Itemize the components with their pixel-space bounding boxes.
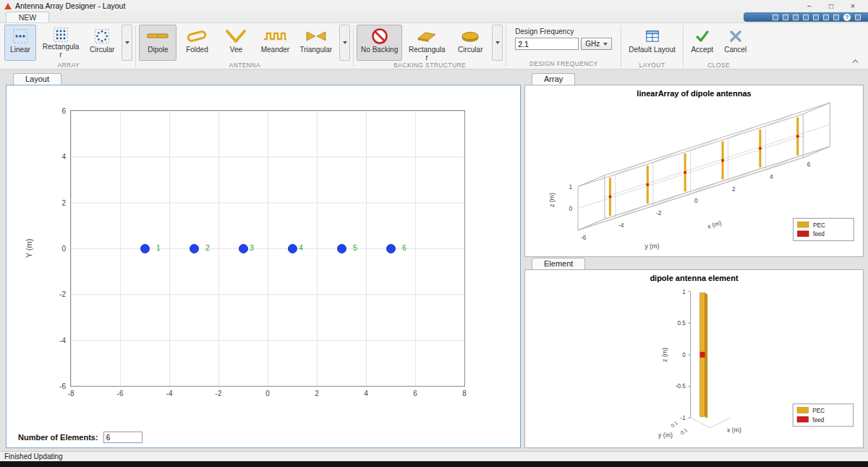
tick-label: 0 [694,198,698,205]
button-label: Folded [186,46,208,54]
triangular-antenna-icon [302,27,331,46]
tab-array[interactable]: Array [532,73,575,85]
minimize-button[interactable]: − [799,2,820,10]
meander-antenna-button[interactable]: Meander [256,25,294,61]
accept-button[interactable]: Accept [686,25,718,61]
undo-icon[interactable] [813,14,819,20]
status-text: Finished Updating [4,453,63,460]
tick-label: 0.1 [670,420,678,428]
rectangular-backing-icon [412,27,441,46]
tab-layout[interactable]: Layout [13,73,61,85]
help-icon[interactable]: ? [843,14,851,21]
number-of-elements-input[interactable] [103,432,142,443]
tick-label: 1 [682,289,686,295]
maximize-button[interactable]: □ [820,2,842,10]
x-tick-label: -2 [216,390,222,397]
close-button[interactable]: × [842,2,864,10]
x-tick-label: 8 [462,390,467,397]
section-layout-label: LAYOUT [624,61,680,70]
z-axis-label: z (m) [548,193,556,207]
y-tick-label: 2 [61,198,66,206]
element-number: 6 [402,243,407,252]
number-of-elements-control: Number of Elements: [18,432,142,443]
tick-label: -6 [581,235,587,241]
rectangular-array-icon [53,27,69,43]
cut-icon[interactable] [783,14,788,20]
frequency-unit-select[interactable]: GHz [581,38,612,50]
tick-label: 0 [569,206,573,212]
button-label: Vee [230,46,242,54]
redo-icon[interactable] [823,14,829,20]
title-bar: Antenna Array Designer - Layout − □ × [0,0,868,12]
tab-element[interactable]: Element [532,258,585,269]
y-tick-label: 0 [61,245,66,253]
collapse-ribbon-button[interactable] [852,58,861,65]
circular-backing-icon [456,27,485,46]
element-tabstrip: Element [524,257,864,269]
toolstrip: Linear Rectangular Circular ARRAY [0,23,868,70]
save-icon[interactable] [773,14,778,20]
y-axis-label: y (m) [658,432,673,439]
rectangular-backing-button[interactable]: Rectangular [404,25,450,61]
taskbar-strip [0,461,868,467]
section-close-label: CLOSE [686,61,752,70]
section-design-frequency-label: DESIGN FREQUENCY [509,59,618,69]
dock-icon[interactable] [855,14,861,20]
rectangular-array-button[interactable]: Rectangular [38,25,84,61]
triangular-antenna-button[interactable]: Triangular [295,25,336,61]
dipole-antenna-button[interactable]: Dipole [139,25,176,61]
section-layout: Default Layout LAYOUT [621,23,683,69]
no-backing-button[interactable]: No Backing [357,25,402,61]
quick-access-toolbar: ? [744,12,868,22]
tick-label: 0.5 [677,320,686,327]
tab-new[interactable]: NEW [6,12,49,22]
y-tick-label: -4 [59,336,66,344]
button-label: Linear [10,46,30,54]
button-label: Rectangular [408,46,446,62]
y-axis-label: y (m) [644,243,659,250]
chevron-down-icon [343,41,347,44]
linear-array-button[interactable]: Linear [4,25,36,61]
paste-icon[interactable] [803,14,809,20]
element-dot-icon [386,244,396,253]
element-plot-title: dipole antenna element [525,270,863,285]
z-axis-label: z (m) [661,348,668,362]
x-axis-label: x (m) [707,219,723,230]
circular-array-button[interactable]: Circular [85,25,119,61]
design-frequency-input[interactable] [515,38,579,50]
matlab-app-icon [4,3,12,9]
default-layout-button[interactable]: Default Layout [624,25,680,61]
tick-label: 2 [732,186,736,193]
layout-window-icon[interactable] [833,14,839,20]
array-axis-ticks: -6 -4 -2 0 2 4 6 1 0 [569,161,811,240]
button-label: Circular [90,46,114,54]
button-label: Dipole [148,46,168,54]
tick-label: -0.1 [678,427,689,437]
section-array-label: ARRAY [4,61,132,70]
section-backing-label: BACKING STRUCTURE [357,61,503,70]
folded-antenna-button[interactable]: Folded [178,25,216,61]
button-label: Rectangular [42,43,80,59]
section-array: Linear Rectangular Circular ARRAY [1,23,135,69]
element-3d-plot: 1 0.5 0 -0.5 -1 0.1 -0.1 z (m) y (m) x (… [525,285,863,446]
design-frequency-label: Design Frequency [515,28,612,35]
backing-gallery-dropdown[interactable] [492,25,503,61]
cancel-button[interactable]: Cancel [720,25,752,61]
frequency-unit-value: GHz [585,40,600,48]
dipole-icon [143,27,172,46]
circular-backing-button[interactable]: Circular [451,25,489,61]
antenna-gallery-dropdown[interactable] [339,25,350,61]
y-tick-label: -6 [59,382,66,390]
element-dot-icon [140,244,150,253]
folded-dipole-icon [182,27,211,46]
vee-antenna-button[interactable]: Vee [217,25,255,61]
section-close: Accept Cancel CLOSE [684,23,754,69]
copy-icon[interactable] [793,14,799,20]
chevron-up-icon [852,59,858,65]
x-tick-label: -4 [166,390,173,397]
array-gallery-dropdown[interactable] [122,25,132,61]
x-tick-label: -6 [117,390,124,397]
element-3d-panel: dipole antenna element 1 0.5 [524,269,864,448]
linear-array-icon [12,27,28,46]
x-axis-label: x (m) [727,426,741,434]
